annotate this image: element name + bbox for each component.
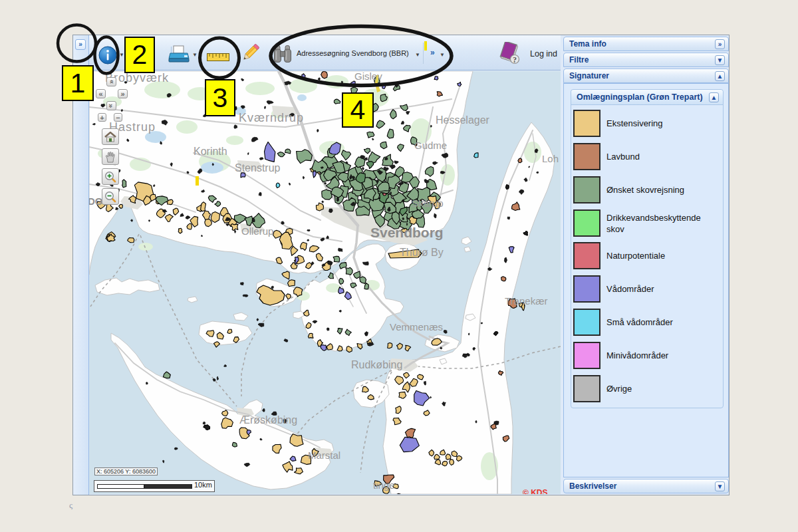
svg-text:Korinth: Korinth — [194, 146, 227, 157]
svg-text:Marstal: Marstal — [308, 450, 340, 461]
svg-text:Hesselager: Hesselager — [436, 114, 490, 126]
svg-text:Tranekær: Tranekær — [505, 295, 547, 307]
svg-text:Kværndrup: Kværndrup — [239, 111, 304, 124]
svg-text:Ollerup: Ollerup — [241, 225, 273, 237]
svg-text:Ærøskøbing: Ærøskøbing — [239, 414, 297, 426]
svg-text:tinge: tinge — [373, 479, 395, 491]
svg-text:Gislev: Gislev — [354, 71, 382, 82]
svg-text:?: ? — [513, 55, 517, 65]
svg-text:Rudkøbing: Rudkøbing — [351, 359, 402, 370]
svg-text:DO: DO — [89, 196, 103, 207]
svg-text:Vemmenæs: Vemmenæs — [390, 321, 443, 332]
svg-text:Stenstrup: Stenstrup — [235, 162, 281, 174]
svg-text:Thurø By: Thurø By — [400, 247, 444, 258]
svg-text:Gudme: Gudme — [414, 140, 447, 151]
svg-text:Loh: Loh — [542, 153, 559, 164]
svg-text:Svendborg: Svendborg — [370, 225, 444, 240]
svg-text:Skårup: Skårup — [412, 198, 444, 209]
